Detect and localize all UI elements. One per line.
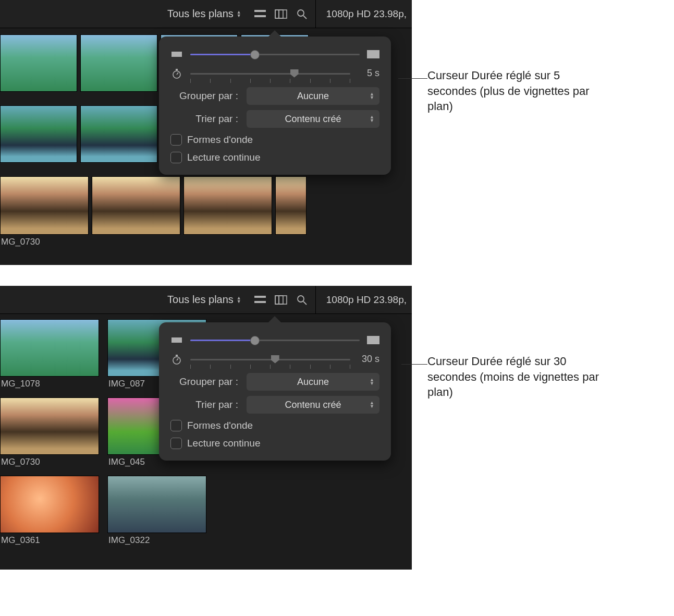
waveforms-checkbox[interactable]: [170, 134, 182, 146]
clip-item[interactable]: IMG_0322: [107, 476, 206, 550]
thumbnail[interactable]: [0, 176, 89, 235]
sort-by-select[interactable]: Contenu créé ▲▼: [247, 110, 379, 128]
waveforms-label: Formes d'onde: [187, 420, 253, 431]
duration-slider[interactable]: [190, 354, 350, 365]
list-view-icon[interactable]: [253, 7, 267, 21]
toolbar-separator: [315, 0, 316, 28]
clip-name-label: MG_0730: [0, 455, 99, 472]
browser-panel: Tous les plans ▲▼ 1080p HD 23.98p, MG_10…: [0, 286, 412, 570]
svg-rect-14: [275, 296, 287, 304]
duration-value: 5 s: [358, 68, 379, 79]
svg-rect-13: [254, 301, 266, 303]
thumbnail[interactable]: [0, 105, 77, 163]
list-view-icon[interactable]: [253, 293, 267, 307]
continuous-playback-checkbox[interactable]: [170, 438, 182, 449]
thumbnail[interactable]: [80, 105, 157, 163]
thumbnail[interactable]: [107, 476, 206, 533]
clip-name-label: MG_1078: [0, 377, 99, 393]
group-by-value: Aucune: [297, 377, 329, 388]
clip-height-slider-row: [170, 49, 379, 59]
thumbnail[interactable]: [183, 176, 272, 235]
sort-by-select[interactable]: Contenu créé ▲▼: [247, 396, 379, 414]
svg-line-22: [177, 358, 178, 360]
duration-slider-row: 30 s: [170, 354, 379, 365]
clip-appearance-icon[interactable]: [274, 293, 288, 307]
svg-rect-20: [367, 336, 379, 344]
clip-item[interactable]: MG_0730: [0, 397, 99, 472]
browser-toolbar: Tous les plans ▲▼ 1080p HD 23.98p,: [0, 286, 412, 314]
thumbnail[interactable]: [0, 397, 99, 455]
waveforms-checkbox[interactable]: [170, 420, 182, 431]
clip-height-slider[interactable]: [190, 49, 360, 59]
search-icon[interactable]: [295, 7, 309, 21]
waveforms-label: Formes d'onde: [187, 134, 253, 146]
search-icon[interactable]: [295, 293, 309, 307]
clip-appearance-popover: 30 s Grouper par : Aucune ▲▼ Trier par :…: [159, 322, 391, 461]
group-by-label: Grouper par :: [170, 90, 238, 102]
continuous-playback-label: Lecture continue: [187, 152, 261, 163]
popover-arrow: [268, 30, 281, 37]
annotation-text: Curseur Durée réglé sur 5 secondes (plus…: [427, 0, 599, 114]
clip-height-slider-row: [170, 335, 379, 345]
clip-name-label: IMG_0322: [107, 533, 206, 550]
thumbnail[interactable]: [0, 319, 99, 377]
svg-rect-19: [171, 337, 182, 343]
clip-filter-popup[interactable]: Tous les plans ▲▼: [167, 8, 241, 20]
clip-appearance-icon[interactable]: [274, 7, 288, 21]
clip-filter-label: Tous les plans: [167, 8, 234, 20]
clip-small-icon: [170, 335, 183, 345]
group-by-label: Grouper par :: [170, 376, 238, 388]
clip-filter-popup[interactable]: Tous les plans ▲▼: [167, 294, 241, 306]
clip-large-icon: [367, 50, 379, 59]
stopwatch-icon: [170, 69, 183, 78]
chevron-updown-icon: ▲▼: [370, 115, 374, 123]
thumbnail[interactable]: [0, 476, 99, 533]
svg-rect-8: [367, 50, 379, 58]
clip-filter-label: Tous les plans: [167, 294, 234, 306]
toolbar-separator: [315, 286, 316, 314]
svg-line-6: [303, 16, 307, 19]
stopwatch-icon: [170, 355, 183, 364]
group-by-value: Aucune: [297, 91, 329, 102]
thumbnail[interactable]: [275, 176, 307, 235]
duration-value: 30 s: [358, 354, 379, 365]
duration-slider[interactable]: [190, 68, 350, 79]
viewer-format-text: 1080p HD 23.98p,: [322, 8, 407, 20]
thumbnail[interactable]: [92, 176, 180, 235]
chevron-updown-icon: ▲▼: [237, 296, 241, 304]
clip-height-slider[interactable]: [190, 335, 360, 345]
svg-point-17: [298, 296, 304, 302]
svg-line-10: [177, 73, 178, 75]
group-by-select[interactable]: Aucune ▲▼: [247, 373, 379, 391]
clip-name-label: MG_0730: [0, 235, 412, 251]
duration-slider-row: 5 s: [170, 68, 379, 79]
chevron-updown-icon: ▲▼: [237, 10, 241, 18]
popover-arrow: [268, 316, 281, 322]
annotation-text: Curseur Durée réglé sur 30 secondes (moi…: [427, 286, 599, 400]
clip-name-label: MG_0361: [0, 533, 99, 550]
sort-by-value: Contenu créé: [285, 400, 341, 410]
svg-point-5: [298, 10, 304, 16]
thumbnail[interactable]: [0, 34, 77, 92]
svg-rect-2: [275, 10, 287, 18]
clip-small-icon: [170, 50, 183, 59]
continuous-playback-checkbox[interactable]: [170, 152, 182, 163]
svg-rect-23: [176, 355, 178, 356]
svg-rect-15: [275, 296, 279, 304]
browser-panel: Tous les plans ▲▼ 1080p HD 23.98p,: [0, 0, 412, 265]
svg-rect-1: [254, 15, 266, 17]
filmstrip-row[interactable]: [0, 176, 412, 235]
svg-rect-12: [254, 296, 266, 298]
viewer-format-text: 1080p HD 23.98p,: [322, 294, 407, 306]
clip-large-icon: [367, 335, 379, 345]
clip-item[interactable]: MG_0361: [0, 476, 99, 550]
clip-appearance-popover: 5 s Grouper par : Aucune ▲▼ Trier par : …: [159, 37, 391, 175]
chevron-updown-icon: ▲▼: [370, 92, 374, 100]
svg-rect-3: [275, 10, 279, 18]
clip-item[interactable]: MG_1078: [0, 319, 99, 393]
svg-rect-16: [279, 296, 283, 304]
thumbnail[interactable]: [80, 34, 157, 92]
svg-line-18: [303, 301, 307, 305]
sort-by-label: Trier par :: [170, 113, 238, 125]
group-by-select[interactable]: Aucune ▲▼: [247, 87, 379, 105]
